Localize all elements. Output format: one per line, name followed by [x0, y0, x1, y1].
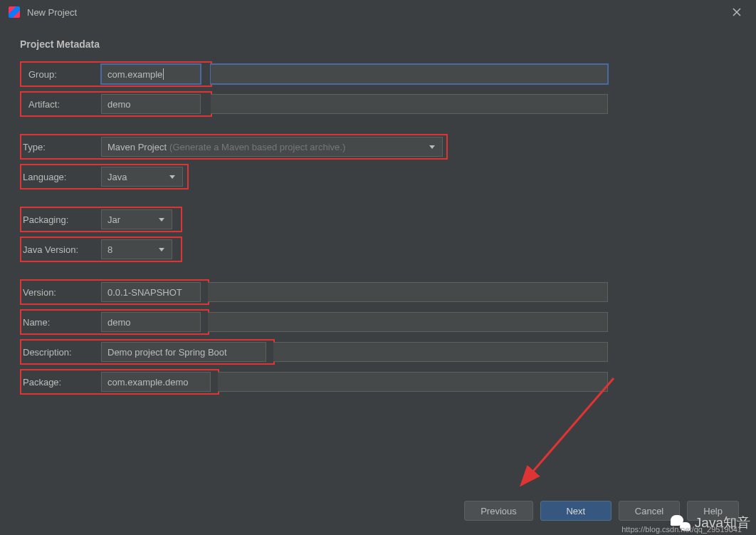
section-title: Project Metadata [20, 38, 736, 50]
input-name-head[interactable] [101, 312, 201, 332]
row-package: Package: [20, 370, 736, 393]
highlight-packaging: Packaging: Jar [20, 207, 182, 232]
highlight-java-version: Java Version: 8 [20, 237, 182, 262]
close-icon [733, 8, 741, 16]
select-java-version[interactable]: 8 [101, 239, 172, 259]
highlight-description: Description: [20, 339, 275, 365]
label-java-version: Java Version: [23, 244, 101, 255]
input-artifact-tail[interactable] [211, 94, 608, 114]
help-button[interactable]: Help [687, 501, 739, 521]
highlight-package: Package: [20, 369, 219, 395]
row-name: Name: [20, 311, 736, 333]
select-type[interactable]: Maven Project (Generate a Maven based pr… [101, 137, 443, 157]
label-type: Type: [23, 142, 101, 152]
label-version: Version: [23, 287, 101, 298]
row-version: Version: [20, 281, 736, 303]
highlight-group: Group: com.example [20, 61, 212, 87]
row-artifact: Artifact: [20, 93, 736, 115]
next-button[interactable]: Next [540, 501, 611, 521]
label-package: Package: [23, 377, 101, 388]
highlight-artifact: Artifact: [20, 91, 212, 117]
highlight-name: Name: [20, 309, 209, 335]
highlight-type: Type: Maven Project (Generate a Maven ba… [20, 134, 448, 160]
button-bar: Previous Next Cancel Help [464, 501, 739, 521]
close-button[interactable] [726, 1, 747, 23]
input-group-tail[interactable] [211, 64, 608, 84]
text-caret [163, 68, 164, 80]
row-type: Type: Maven Project (Generate a Maven ba… [20, 135, 736, 158]
input-description-tail[interactable] [273, 342, 608, 362]
label-name: Name: [23, 317, 101, 328]
row-description: Description: [20, 341, 736, 363]
input-artifact-head[interactable] [101, 94, 201, 114]
watermark-url: https://blog.csdn.net/qq_29519041 [621, 525, 742, 534]
input-package-head[interactable] [101, 372, 211, 392]
row-packaging: Packaging: Jar [20, 208, 736, 231]
label-packaging: Packaging: [23, 214, 101, 225]
form-content: Project Metadata Group: com.example Arti… [0, 24, 756, 415]
input-version-head[interactable] [101, 282, 201, 302]
select-packaging[interactable]: Jar [101, 209, 172, 229]
input-version-tail[interactable] [208, 282, 608, 302]
previous-button[interactable]: Previous [464, 501, 533, 521]
input-group-head[interactable]: com.example [101, 64, 201, 84]
label-language: Language: [23, 172, 101, 182]
label-artifact: Artifact: [23, 99, 101, 110]
input-description-head[interactable] [101, 342, 266, 362]
label-group: Group: [23, 69, 101, 80]
intellij-icon [9, 6, 20, 18]
input-name-tail[interactable] [208, 312, 608, 332]
row-java-version: Java Version: 8 [20, 238, 736, 261]
row-language: Language: Java [20, 165, 736, 188]
highlight-language: Language: Java [20, 164, 189, 189]
highlight-version: Version: [20, 279, 209, 305]
select-language[interactable]: Java [101, 167, 183, 187]
window-title: New Project [27, 7, 726, 18]
title-bar: New Project [0, 0, 756, 24]
label-description: Description: [23, 347, 101, 358]
row-group: Group: com.example [20, 63, 736, 85]
cancel-button[interactable]: Cancel [619, 501, 680, 521]
input-package-tail[interactable] [218, 372, 608, 392]
